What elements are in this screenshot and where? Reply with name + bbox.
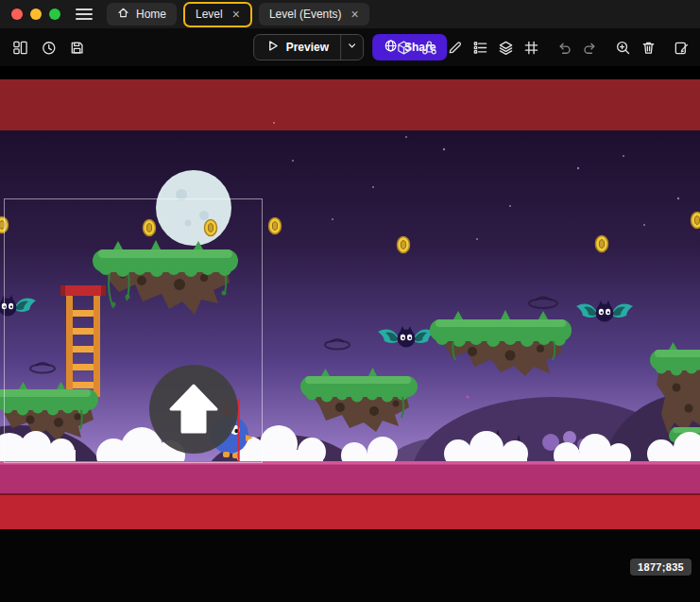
coin[interactable] — [144, 220, 156, 236]
touch-arrow-control[interactable] — [149, 365, 238, 454]
top-red-banner[interactable] — [0, 79, 700, 130]
scene-svg — [0, 66, 700, 529]
layers-icon[interactable] — [497, 39, 515, 57]
home-icon — [117, 7, 129, 22]
tab-label: Level — [196, 8, 223, 21]
preview-label: Preview — [286, 41, 329, 54]
toolbar: Preview Share — [0, 28, 700, 66]
minimize-window-button[interactable] — [30, 9, 42, 20]
zoom-in-icon[interactable] — [614, 39, 632, 57]
coin[interactable] — [398, 237, 410, 253]
tab-strip: Home Level × Level (Events) × — [107, 2, 369, 27]
grid-icon[interactable] — [522, 39, 540, 57]
bottom-bar: 1877;835 — [0, 529, 700, 602]
coin[interactable] — [596, 236, 608, 252]
moon[interactable] — [156, 170, 231, 246]
project-panels-icon[interactable] — [11, 39, 29, 57]
traffic-lights — [11, 9, 60, 20]
3d-cube-icon[interactable] — [395, 39, 413, 57]
properties-panel-icon[interactable] — [673, 39, 691, 57]
history-icon[interactable] — [40, 39, 58, 57]
tab-label: Home — [136, 8, 166, 21]
coin[interactable] — [205, 220, 217, 236]
tab-home[interactable]: Home — [107, 3, 177, 26]
undo-icon[interactable] — [555, 39, 573, 57]
tab-label: Level (Events) — [269, 8, 342, 21]
close-window-button[interactable] — [11, 9, 23, 20]
preview-dropdown-button[interactable] — [340, 35, 363, 60]
scene-canvas[interactable] — [0, 66, 700, 529]
hamburger-menu-icon[interactable] — [76, 9, 93, 20]
pink-ground-strip[interactable] — [0, 461, 700, 493]
save-icon[interactable] — [68, 39, 86, 57]
preview-button[interactable]: Preview — [254, 35, 340, 60]
cursor-coordinates-badge: 1877;835 — [630, 559, 691, 576]
coin[interactable] — [269, 218, 282, 234]
toolbar-right-group — [395, 28, 691, 66]
red-ground-strip[interactable] — [0, 493, 700, 529]
pencil-icon[interactable] — [446, 39, 464, 57]
tab-level-events[interactable]: Level (Events) × — [259, 3, 369, 26]
toolbar-left-group — [11, 28, 86, 66]
title-bar: Home Level × Level (Events) × — [0, 0, 700, 28]
trash-icon[interactable] — [640, 39, 657, 57]
tab-close-icon[interactable]: × — [351, 8, 359, 21]
tab-level[interactable]: Level × — [183, 2, 252, 27]
coin[interactable] — [691, 213, 700, 229]
tab-close-icon[interactable]: × — [232, 8, 240, 21]
play-icon — [265, 39, 280, 56]
maximize-window-button[interactable] — [49, 9, 60, 20]
canvas-top-gap — [0, 66, 700, 79]
preview-button-group: Preview — [253, 34, 364, 60]
chevron-down-icon — [346, 39, 358, 56]
redo-icon[interactable] — [581, 39, 599, 57]
objects-group-icon[interactable] — [420, 39, 438, 57]
instances-list-icon[interactable] — [471, 39, 489, 57]
